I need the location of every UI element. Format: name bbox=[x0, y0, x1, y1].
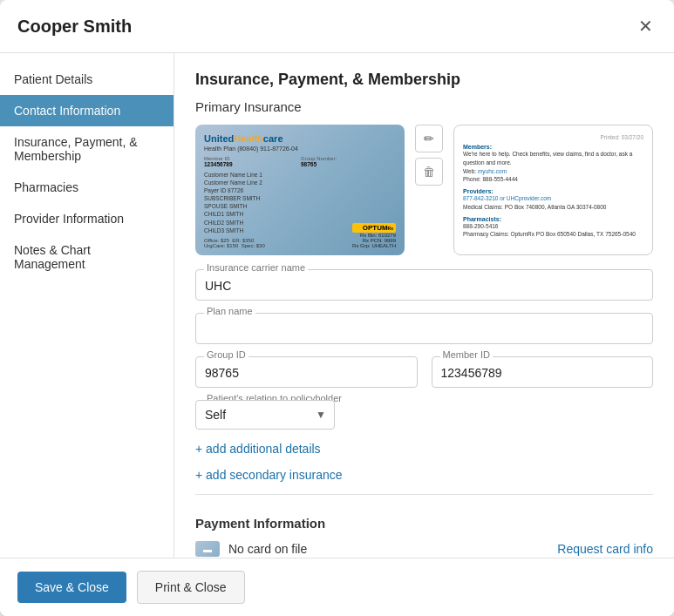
insurance-card-back: Printed: 03/27/20 Members: We're here to… bbox=[453, 125, 653, 255]
card-logo: UnitedHealthcare bbox=[204, 133, 396, 144]
card-member-child1: CHILD1 SMITH bbox=[204, 210, 396, 218]
insurance-card-area: UnitedHealthcare Health Plan (80840) 911… bbox=[195, 125, 653, 255]
member-id-label: Member ID bbox=[440, 349, 493, 360]
save-close-button[interactable]: Save & Close bbox=[17, 572, 126, 603]
card-actions: ✏ 🗑 bbox=[415, 125, 443, 186]
group-id-input[interactable] bbox=[195, 356, 418, 388]
card-rx-info: OPTUMRx Rx Bin: 610279 Rx PCN: 9999 Rx G… bbox=[352, 223, 396, 248]
plan-name-input[interactable] bbox=[195, 313, 653, 344]
edit-card-button[interactable]: ✏ bbox=[415, 125, 443, 152]
request-card-link[interactable]: Request card info bbox=[557, 542, 653, 556]
modal-header: Cooper Smith ✕ bbox=[0, 0, 674, 53]
card-plan: Health Plan (80840) 911-87726-04 bbox=[204, 146, 396, 152]
payment-row: ▬ No card on file Request card info bbox=[195, 541, 653, 557]
card-grid: Member ID 123456789 Group Number: 98765 bbox=[204, 155, 396, 167]
section-title: Insurance, Payment, & Membership bbox=[195, 71, 653, 89]
sidebar-item-provider-information[interactable]: Provider Information bbox=[0, 203, 174, 234]
card-member-id-field: Member ID 123456789 bbox=[204, 155, 299, 167]
card-back-members-section: Members: We're here to help. Check benef… bbox=[463, 144, 643, 184]
relation-field: Patient's relation to policyholder Self … bbox=[195, 400, 653, 430]
sidebar: Patient Details Contact Information Insu… bbox=[0, 53, 174, 558]
group-id-label: Group ID bbox=[204, 349, 248, 360]
card-copay-urgent: UrgCare: $150 Spec: $30 bbox=[204, 243, 265, 248]
main-content: Insurance, Payment, & Membership Primary… bbox=[174, 53, 674, 558]
insurance-carrier-field: Insurance carrier name bbox=[195, 269, 653, 301]
card-member-spouse: SPOUSE SMITH bbox=[204, 202, 396, 210]
divider bbox=[195, 494, 653, 495]
no-card-text: No card on file bbox=[228, 542, 307, 556]
modal: Cooper Smith ✕ Patient Details Contact I… bbox=[0, 0, 674, 616]
modal-body: Patient Details Contact Information Insu… bbox=[0, 53, 674, 558]
print-close-button[interactable]: Print & Close bbox=[137, 571, 245, 604]
pencil-icon: ✏ bbox=[424, 132, 434, 146]
insurance-card-front: UnitedHealthcare Health Plan (80840) 911… bbox=[195, 125, 405, 255]
modal-title: Cooper Smith bbox=[17, 17, 132, 37]
modal-footer: Save & Close Print & Close bbox=[0, 558, 674, 616]
close-button[interactable]: ✕ bbox=[635, 14, 657, 38]
card-bottom: Office: $25 ER: $350 UrgCare: $150 Spec:… bbox=[204, 223, 396, 248]
payment-left: ▬ No card on file bbox=[195, 541, 307, 557]
card-back-printed: Printed: 03/27/20 bbox=[463, 134, 643, 140]
card-payer-id: Payer ID 87726 bbox=[204, 186, 396, 194]
add-additional-details-link[interactable]: + add additional details bbox=[195, 442, 653, 456]
insurance-carrier-input[interactable] bbox=[195, 269, 653, 301]
card-back-pharmacy-section: Pharmacists: 888-290-5416 Pharmacy Claim… bbox=[463, 216, 643, 240]
card-back-web-link[interactable]: myuhc.com bbox=[478, 168, 507, 174]
add-secondary-insurance-link[interactable]: + add secondary insurance bbox=[195, 468, 653, 482]
plan-name-label: Plan name bbox=[204, 306, 255, 316]
card-back-phone: 888-555-4444 bbox=[482, 176, 517, 182]
card-customer-name1: Customer Name Line 1 bbox=[204, 171, 396, 179]
card-back-providers-section: Providers: 877-842-3210 or UHCprovider.c… bbox=[463, 188, 643, 212]
credit-card-icon: ▬ bbox=[195, 541, 220, 557]
card-back-medical-label: Medical Claims: bbox=[463, 204, 503, 210]
payment-section-title: Payment Information bbox=[195, 509, 653, 531]
plan-name-field: Plan name bbox=[195, 313, 653, 344]
sidebar-item-insurance-payment[interactable]: Insurance, Payment, & Membership bbox=[0, 126, 174, 172]
card-member-subscriber: SUBSCRIBER SMITH bbox=[204, 194, 396, 202]
sidebar-item-pharmacies[interactable]: Pharmacies bbox=[0, 172, 174, 203]
sidebar-item-patient-details[interactable]: Patient Details bbox=[0, 64, 174, 95]
group-id-field: Group ID bbox=[195, 356, 418, 388]
relation-select-wrapper: Self Spouse Child Other ▼ bbox=[195, 400, 335, 430]
card-back-web-label: Web: bbox=[463, 168, 476, 174]
card-back-medical-text: PO Box 740800, Atlanta GA 30374-0800 bbox=[505, 204, 607, 210]
group-member-row: Group ID Member ID bbox=[195, 356, 653, 388]
relation-select[interactable]: Self Spouse Child Other bbox=[195, 400, 335, 430]
sidebar-item-contact-information[interactable]: Contact Information bbox=[0, 95, 174, 126]
primary-insurance-label: Primary Insurance bbox=[195, 99, 653, 114]
card-group-number-field: Group Number: 98765 bbox=[301, 155, 396, 167]
card-back-providers-link[interactable]: 877-842-3210 or UHCprovider.com bbox=[463, 195, 551, 201]
card-copay-info: Office: $25 ER: $350 UrgCare: $150 Spec:… bbox=[204, 238, 265, 248]
member-id-input[interactable] bbox=[432, 356, 654, 388]
insurance-carrier-label: Insurance carrier name bbox=[204, 262, 308, 273]
card-back-phone-label: Phone: bbox=[463, 176, 481, 182]
trash-icon: 🗑 bbox=[423, 165, 435, 179]
sidebar-item-notes-chart[interactable]: Notes & Chart Management bbox=[0, 234, 174, 280]
member-id-field: Member ID bbox=[432, 356, 654, 388]
card-wrapper: UnitedHealthcare Health Plan (80840) 911… bbox=[195, 125, 405, 255]
card-customer-name2: Customer Name Line 2 bbox=[204, 179, 396, 186]
delete-card-button[interactable]: 🗑 bbox=[415, 158, 443, 186]
